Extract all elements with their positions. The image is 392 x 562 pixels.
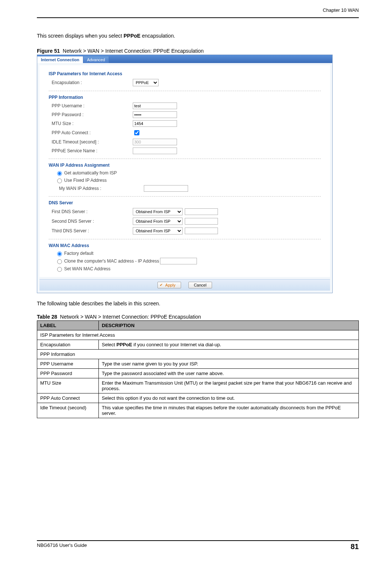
cancel-button[interactable]: Cancel xyxy=(188,282,212,288)
section-ppp-header: PPP Information xyxy=(49,93,321,101)
idle-timeout-label: IDLE Timeout [second] : xyxy=(49,139,133,145)
figure-caption-text: Network > WAN > Internet Connection: PPP… xyxy=(63,48,204,54)
table-cell-desc: Enter the Maximum Transmission Unit (MTU… xyxy=(99,378,359,393)
ppp-password-label: PPP Password : xyxy=(49,112,133,117)
dns2-select[interactable]: Obtained From ISP xyxy=(133,218,183,225)
encapsulation-label: Encapsulation : xyxy=(49,80,133,85)
table-cell-desc: This value specifies the time in minutes… xyxy=(99,403,359,418)
table-cell-label: PPP Password xyxy=(37,369,99,378)
auto-connect-label: PPP Auto Connect : xyxy=(49,130,133,135)
th-label: LABEL xyxy=(37,321,99,330)
table-cell-label: Idle Timeout (second) xyxy=(37,403,99,418)
after-text: The following table describes the labels… xyxy=(37,301,359,306)
auto-connect-checkbox[interactable] xyxy=(134,130,139,135)
mywanip-label: My WAN IP Address : xyxy=(49,186,140,191)
mac-clone-radio[interactable] xyxy=(57,259,62,264)
divider xyxy=(49,196,321,197)
table-cell-desc: Type the password associated with the us… xyxy=(99,369,359,378)
dns1-input[interactable] xyxy=(185,208,218,215)
table-cell-desc: Type the user name given to you by your … xyxy=(99,359,359,369)
mac-factory-label: Factory default xyxy=(64,251,93,256)
chapter-header: Chapter 10 WAN xyxy=(37,7,359,14)
description-table: LABEL DESCRIPTION ISP Parameters for Int… xyxy=(37,320,359,418)
service-name-label: PPPoE Service Name : xyxy=(49,148,133,153)
divider xyxy=(49,158,321,159)
screenshot-panel: Internet Connection Advanced ISP Paramet… xyxy=(37,55,333,293)
tab-internet-connection[interactable]: Internet Connection xyxy=(37,56,83,63)
dns2-input[interactable] xyxy=(185,218,218,225)
table-cell-span: PPP Information xyxy=(37,350,359,359)
page-number: 81 xyxy=(351,542,359,551)
table-row: ISP Parameters for Internet Access xyxy=(37,330,359,340)
divider xyxy=(49,90,321,91)
intro-suffix: encapsulation. xyxy=(141,33,175,39)
figure-label: Figure 51 xyxy=(37,48,60,54)
table-cell-label: PPP Auto Connect xyxy=(37,393,99,403)
dns3-input[interactable] xyxy=(185,228,218,234)
mac-set-label: Set WAN MAC Address xyxy=(64,266,111,271)
table-row: EncapsulationSelect PPPoE if you connect… xyxy=(37,340,359,350)
header-rule xyxy=(37,17,359,18)
dns1-select[interactable]: Obtained From ISP xyxy=(133,208,183,215)
encapsulation-select[interactable]: PPPoE xyxy=(133,79,159,86)
table-row: PPP Auto ConnectSelect this option if yo… xyxy=(37,393,359,403)
table-cell-span: ISP Parameters for Internet Access xyxy=(37,330,359,340)
section-mac-header: WAN MAC Address xyxy=(49,241,321,250)
dns3-label: Third DNS Server : xyxy=(49,228,133,233)
tab-advanced[interactable]: Advanced xyxy=(83,56,109,63)
divider xyxy=(49,239,321,239)
footer-guide: NBG6716 User's Guide xyxy=(37,542,87,551)
section-isp-header: ISP Parameters for Internet Access xyxy=(49,69,321,78)
table-row: PPP UsernameType the user name given to … xyxy=(37,359,359,369)
mac-factory-radio[interactable] xyxy=(57,251,62,256)
section-wanip-header: WAN IP Address Assignment xyxy=(49,160,321,169)
table-row: MTU SizeEnter the Maximum Transmission U… xyxy=(37,378,359,393)
table-row: PPP Information xyxy=(37,350,359,359)
mywanip-input[interactable] xyxy=(144,185,188,192)
table-label: Table 28 xyxy=(37,314,57,320)
table-row: PPP PasswordType the password associated… xyxy=(37,369,359,378)
mtu-input[interactable] xyxy=(133,120,177,127)
button-bar: Apply Cancel xyxy=(39,279,330,291)
section-dns-header: DNS Server xyxy=(49,198,321,207)
page-footer: NBG6716 User's Guide 81 xyxy=(37,540,359,551)
figure-caption: Figure 51 Network > WAN > Internet Conne… xyxy=(37,48,359,54)
service-name-input[interactable] xyxy=(133,148,177,154)
idle-timeout-input xyxy=(133,139,177,145)
table-cell-desc: Select this option if you do not want th… xyxy=(99,393,359,403)
table-cell-label: PPP Username xyxy=(37,359,99,369)
mac-set-radio[interactable] xyxy=(57,267,62,272)
table-caption: Table 28 Network > WAN > Internet Connec… xyxy=(37,314,359,320)
table-cell-label: MTU Size xyxy=(37,378,99,393)
th-description: DESCRIPTION xyxy=(99,321,359,330)
table-caption-text: Network > WAN > Internet Connection: PPP… xyxy=(60,314,201,320)
mac-clone-input[interactable] xyxy=(160,258,197,264)
wanip-auto-radio[interactable] xyxy=(57,171,62,176)
table-cell-desc: Select PPPoE if you connect to your Inte… xyxy=(99,340,359,350)
dns3-select[interactable]: Obtained From ISP xyxy=(133,227,183,235)
table-cell-label: Encapsulation xyxy=(37,340,99,350)
panel-body: ISP Parameters for Internet Access Encap… xyxy=(39,65,330,277)
apply-button[interactable]: Apply xyxy=(157,282,181,288)
wanip-fixed-radio[interactable] xyxy=(57,178,62,183)
mac-clone-label: Clone the computer's MAC address - IP Ad… xyxy=(64,259,159,264)
ppp-username-label: PPP Username : xyxy=(49,103,133,108)
dns2-label: Second DNS Server : xyxy=(49,219,133,224)
intro-bold: PPPoE xyxy=(124,33,141,39)
dns1-label: First DNS Server : xyxy=(49,209,133,214)
wanip-auto-label: Get automatically from ISP xyxy=(64,170,117,176)
intro-prefix: This screen displays when you select xyxy=(37,33,124,39)
intro-text: This screen displays when you select PPP… xyxy=(37,33,359,39)
table-row: Idle Timeout (second)This value specifie… xyxy=(37,403,359,418)
wanip-fixed-label: Use Fixed IP Address xyxy=(64,178,107,183)
ppp-password-input[interactable] xyxy=(133,111,177,118)
tab-bar: Internet Connection Advanced xyxy=(37,55,332,63)
ppp-username-input[interactable] xyxy=(133,103,177,109)
mtu-label: MTU Size : xyxy=(49,121,133,126)
